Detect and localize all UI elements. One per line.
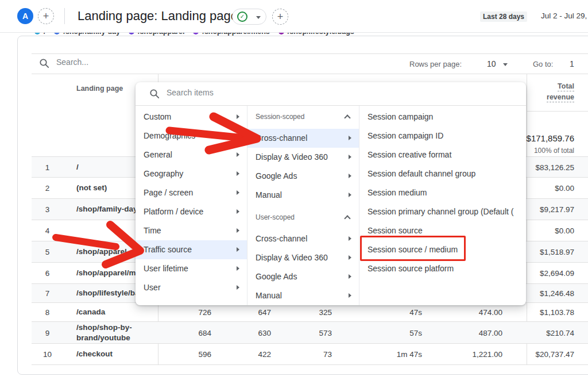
menu-category-platform-device[interactable]: Platform / device	[136, 202, 247, 221]
menu-category-geography[interactable]: Geography	[136, 164, 247, 183]
menu-category-traffic-source[interactable]: Traffic source	[136, 240, 247, 259]
page-title: Landing page: Landing page	[78, 9, 238, 24]
metric-cell: 596	[165, 350, 211, 359]
chevron-down-icon	[256, 16, 261, 19]
menu-item-label: Session campaign	[368, 112, 433, 121]
menu-dim-session-creative-format[interactable]: Session creative format	[359, 145, 526, 164]
menu-item-label: General	[144, 150, 172, 159]
add-comparison-button[interactable]: +	[38, 8, 54, 24]
menu-item-label: User	[144, 283, 161, 292]
metric-cell: 422	[225, 350, 271, 359]
report-header: A + Landing page: Landing page ✓ + Last …	[0, 0, 588, 33]
header-line: Total	[558, 82, 574, 91]
metric-cell: 325	[286, 308, 332, 317]
rows-per-page-label: Rows per page:	[409, 60, 462, 68]
chevron-down-icon[interactable]	[503, 63, 508, 66]
row-index: 5	[40, 248, 55, 256]
submenu-arrow-icon	[349, 236, 351, 241]
landing-page-cell: (not set)	[76, 183, 144, 193]
menu-item-label: Session source	[368, 226, 423, 235]
landing-page-cell: /shop/lifestyle/bag	[76, 288, 144, 298]
plus-icon: +	[277, 11, 284, 22]
menu-user-google-ads[interactable]: Google Ads	[247, 267, 359, 286]
metric-cell: 57s	[365, 328, 422, 337]
metric-cell: 47s	[365, 308, 422, 317]
totals-revenue: $171,859.76	[527, 133, 574, 143]
submenu-arrow-icon	[349, 155, 351, 159]
metric-cell: 726	[165, 308, 211, 317]
menu-user-display-video-360[interactable]: Display & Video 360	[247, 248, 359, 267]
submenu-arrow-icon	[237, 228, 239, 233]
menu-category-user-lifetime[interactable]: User lifetime	[136, 259, 247, 278]
menu-item-label: Cross-channel	[256, 133, 307, 143]
submenu-arrow-icon	[349, 174, 351, 178]
plus-icon: +	[43, 10, 49, 22]
menu-session-manual[interactable]: Manual	[247, 186, 359, 205]
menu-item-label: User lifetime	[144, 264, 188, 273]
submenu-arrow-icon	[237, 152, 239, 157]
metric-cell: 630	[225, 328, 271, 337]
submenu-arrow-icon	[349, 193, 351, 197]
landing-page-cell: /shop/apparel/men	[76, 268, 144, 278]
menu-search-input[interactable]	[167, 88, 396, 97]
column-header-landing-page[interactable]: Landing page	[76, 85, 123, 93]
metric-cell: 647	[225, 308, 271, 317]
add-metric-button[interactable]: +	[272, 9, 288, 25]
landing-page-cell: /	[76, 162, 144, 172]
menu-category-demographics[interactable]: Demographics	[136, 126, 247, 145]
revenue-header-divider	[527, 111, 588, 112]
dimension-status-badge[interactable]: ✓	[232, 9, 266, 25]
submenu-arrow-icon	[237, 266, 239, 271]
metric-cell: 73	[286, 350, 332, 359]
menu-item-label: Geography	[144, 169, 183, 178]
menu-item-label: Manual	[256, 190, 282, 199]
goto-page-input[interactable]: 1	[570, 59, 574, 68]
menu-category-general[interactable]: General	[136, 145, 247, 164]
scope-header-session[interactable]: Session-scoped	[247, 107, 359, 126]
menu-dim-session-medium[interactable]: Session medium	[359, 183, 526, 202]
submenu-arrow-icon	[349, 136, 351, 140]
menu-dim-session-campaign-id[interactable]: Session campaign ID	[359, 126, 526, 145]
metric-cell: 1m 47s	[365, 350, 422, 359]
menu-dim-session-default-channel-group[interactable]: Session default channel group	[359, 164, 526, 183]
scope-header-label: User-scoped	[256, 213, 295, 221]
menu-session-google-ads[interactable]: Google Ads	[247, 167, 359, 186]
submenu-arrow-icon	[237, 133, 239, 138]
row-index: 3	[40, 205, 55, 214]
revenue-cell: $1,103.78	[540, 308, 574, 317]
menu-category-page-screen[interactable]: Page / screen	[136, 183, 247, 202]
menu-category-user[interactable]: User	[136, 278, 247, 297]
check-icon: ✓	[237, 11, 247, 22]
menu-user-manual[interactable]: Manual	[247, 286, 359, 305]
row-index: 1	[40, 163, 55, 171]
submenu-arrow-icon	[349, 274, 351, 279]
avatar[interactable]: A	[17, 8, 33, 24]
menu-dim-session-source-platform[interactable]: Session source platform	[359, 259, 526, 278]
row-index: 6	[40, 269, 55, 278]
rows-per-page-select[interactable]: 10	[487, 59, 496, 68]
metric-cell: 487.00	[445, 328, 502, 337]
menu-item-label: Page / screen	[144, 188, 193, 197]
table-search-input[interactable]	[56, 57, 229, 67]
scope-header-user[interactable]: User-scoped	[247, 208, 359, 227]
menu-user-cross-channel[interactable]: Cross-channel	[247, 229, 359, 248]
row-index: 9	[40, 328, 55, 337]
menu-category-custom[interactable]: Custom	[136, 107, 247, 126]
annotation-highlight-box	[360, 236, 466, 261]
row-index: 10	[40, 350, 55, 359]
metric-cell: 474.00	[445, 308, 502, 317]
menu-dim-session-primary-channel-group[interactable]: Session primary channel group (Default (	[359, 202, 526, 221]
column-header-total-revenue[interactable]: Total revenue	[547, 81, 574, 103]
submenu-arrow-icon	[237, 190, 239, 195]
date-range-value[interactable]: Jul 2 - Jul 29, 202	[541, 11, 588, 20]
scope-header-label: Session-scoped	[256, 113, 304, 121]
revenue-cell: $1,518.97	[540, 248, 574, 256]
menu-session-display-video-360[interactable]: Display & Video 360	[247, 148, 359, 167]
menu-category-time[interactable]: Time	[136, 221, 247, 240]
menu-item-label: Session default channel group	[368, 169, 475, 178]
goto-page-label: Go to:	[533, 60, 553, 68]
menu-session-cross-channel[interactable]: Cross-channel	[247, 129, 359, 148]
menu-dim-session-campaign[interactable]: Session campaign	[359, 107, 526, 126]
menu-item-label: Time	[144, 226, 161, 235]
table-row: 10 /checkout 596 422 73 1m 47s 1,221.00 …	[32, 344, 588, 365]
